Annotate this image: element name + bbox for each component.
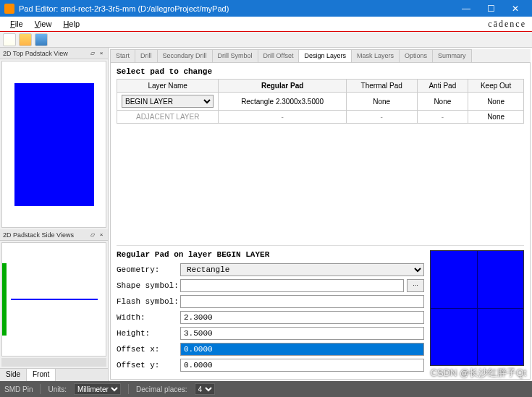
th-layer: Layer Name [117,80,219,93]
cell-layer: ADJACENT LAYER [117,111,219,124]
side-preview[interactable] [1,242,106,357]
offset-x-input[interactable] [180,343,424,356]
pad-preview [430,250,524,366]
layers-table: Layer Name Regular Pad Thermal Pad Anti … [117,79,524,124]
tab-drill[interactable]: Drill [135,49,158,62]
browse-button[interactable]: ... [407,279,424,292]
offset-y-input[interactable] [180,359,424,372]
dock-title-side: 2D Padstack Side Views [3,231,74,239]
left-panel: 2D Top Padstack View ▱ × 2D Padstack Sid… [0,48,109,381]
label-flash: Flash symbol: [117,297,180,306]
close-button[interactable]: ✕ [503,0,528,17]
flash-input[interactable] [180,295,424,308]
label-shape: Shape symbol: [117,281,180,290]
cell-thermal[interactable]: None [346,93,417,111]
tab-side[interactable]: Side [0,369,27,381]
minimize-button[interactable]: — [454,0,478,17]
tab-design-layers[interactable]: Design Layers [298,49,352,62]
cell-keepout: None [468,111,524,124]
scrollbar-horizontal[interactable] [1,358,106,367]
dock-float-icon[interactable]: ▱ [89,231,96,239]
cell-regular[interactable]: Rectangle 2.3000x3.5000 [219,93,347,111]
main-panel: Start Drill Secondary Drill Drill Symbol… [109,48,532,381]
dock-float-icon[interactable]: ▱ [89,50,96,57]
pad-side-shape [11,299,98,300]
height-input[interactable] [180,327,424,340]
cell-regular: - [219,111,347,124]
table-row[interactable]: BEGIN LAYER Rectangle 2.3000x3.5000 None… [117,93,524,111]
label-decimal: Decimal places: [136,385,187,393]
tab-summary[interactable]: Summary [432,49,472,62]
crosshair-h [431,308,523,309]
decimal-select[interactable]: 4 [195,383,215,395]
shape-input[interactable] [180,279,404,292]
tab-secondary-drill[interactable]: Secondary Drill [157,49,213,62]
section-title: Select pad to change [117,67,524,76]
cell-thermal: - [346,111,417,124]
maximize-button[interactable]: ☐ [478,0,503,17]
form-title: Regular Pad on layer BEGIN LAYER [117,250,424,259]
top-preview[interactable] [1,61,106,228]
menu-bar: File View Help cādence [0,17,532,32]
pad-top-shape [14,83,94,206]
tab-start[interactable]: Start [110,49,135,62]
tab-options[interactable]: Options [399,49,433,62]
layer-select[interactable]: BEGIN LAYER [122,95,214,108]
tab-front[interactable]: Front [27,369,56,381]
th-anti[interactable]: Anti Pad [417,80,468,93]
label-height: Height: [117,329,180,338]
label-width: Width: [117,313,180,322]
th-thermal[interactable]: Thermal Pad [346,80,417,93]
dock-close-icon[interactable]: × [98,231,105,239]
cell-keepout[interactable]: None [468,93,524,111]
brand-logo: cādence [488,19,526,30]
label-geometry: Geometry: [117,265,180,274]
open-icon[interactable] [19,33,32,46]
tab-drill-offset[interactable]: Drill Offset [258,49,300,62]
app-icon [4,4,14,14]
menu-help[interactable]: Help [57,18,85,30]
tab-strip: Start Drill Secondary Drill Drill Symbol… [110,49,531,62]
tab-drill-symbol[interactable]: Drill Symbol [212,49,258,62]
side-green-strip [2,263,7,336]
status-bar: SMD Pin Units: Millimeter Decimal places… [0,381,532,397]
th-regular[interactable]: Regular Pad [219,80,347,93]
label-offset-x: Offset x: [117,345,180,354]
width-input[interactable] [180,311,424,324]
cell-anti: - [417,111,468,124]
units-select[interactable]: Millimeter [74,383,121,395]
title-bar: Pad Editor: smd-rect-2r3-3r5-mm (D:/alle… [0,0,532,17]
dock-title-top: 2D Top Padstack View [3,50,68,57]
window-title: Pad Editor: smd-rect-2r3-3r5-mm (D:/alle… [19,4,454,13]
save-icon[interactable] [35,33,48,46]
menu-file[interactable]: File [4,18,29,30]
dock-header-side: 2D Padstack Side Views ▱ × [0,229,108,241]
new-icon[interactable] [3,33,16,46]
dock-close-icon[interactable]: × [98,50,105,57]
status-type: SMD Pin [4,385,33,393]
tab-mask-layers[interactable]: Mask Layers [351,49,400,62]
geometry-select[interactable]: Rectangle [180,263,424,276]
label-units: Units: [48,385,67,393]
toolbar [0,32,532,48]
cell-anti[interactable]: None [417,93,468,111]
dock-header-top: 2D Top Padstack View ▱ × [0,48,108,59]
table-row[interactable]: ADJACENT LAYER - - - None [117,111,524,124]
th-keepout[interactable]: Keep Out [468,80,524,93]
label-offset-y: Offset y: [117,361,180,370]
menu-view[interactable]: View [29,18,58,30]
